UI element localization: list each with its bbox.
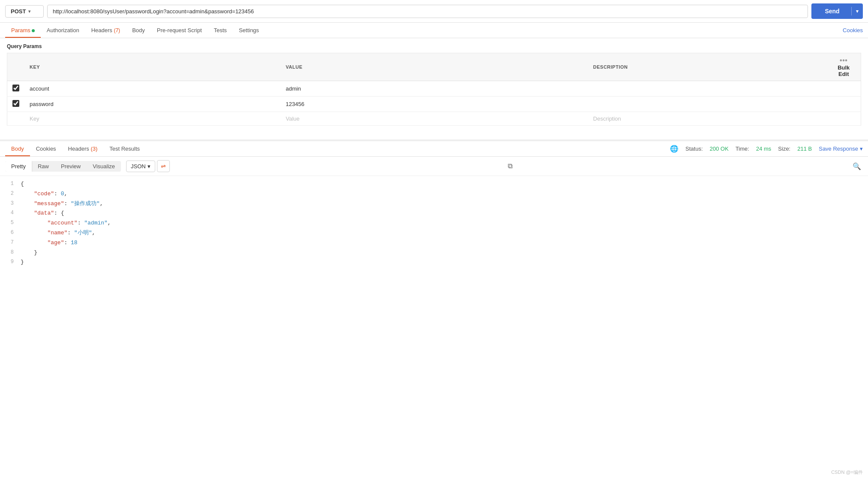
status-area: 🌐 Status: 200 OK Time: 24 ms Size: 211 B…: [670, 145, 863, 153]
line-content-8: }: [21, 249, 868, 258]
chevron-down-icon: ▾: [28, 9, 30, 14]
view-tab-raw[interactable]: Raw: [32, 161, 55, 172]
tab-tests[interactable]: Tests: [208, 23, 233, 38]
tab-body-label: Body: [132, 27, 145, 33]
tab-prerequest-label: Pre-request Script: [157, 27, 202, 33]
line-num-4: 4: [0, 209, 21, 217]
save-response-button[interactable]: Save Response ▾: [819, 146, 863, 152]
json-line-9: 9 }: [0, 258, 868, 267]
resp-tab-headers-label: Headers: [68, 146, 89, 152]
col-key-header: KEY: [24, 53, 280, 81]
format-selector[interactable]: JSON ▾: [126, 161, 155, 172]
json-line-6: 6 "name": "小明",: [0, 228, 868, 238]
line-content-1: {: [21, 180, 868, 189]
table-row-empty: Key Value Description: [7, 112, 861, 126]
tab-settings[interactable]: Settings: [233, 23, 265, 38]
row1-desc[interactable]: [588, 81, 826, 97]
row1-checkbox[interactable]: [12, 85, 19, 91]
row2-desc[interactable]: [588, 97, 826, 112]
url-bar[interactable]: http://localhost:8080/sysUser/passwordLo…: [47, 5, 808, 18]
save-response-label: Save Response: [819, 146, 858, 152]
resp-tab-test-results[interactable]: Test Results: [103, 141, 146, 156]
spacer: [0, 126, 868, 139]
col-check-header: [7, 53, 25, 81]
table-row: password 123456: [7, 97, 861, 112]
line-content-4: "data": {: [21, 209, 868, 218]
row2-key[interactable]: password: [24, 97, 280, 112]
row1-key[interactable]: account: [24, 81, 280, 97]
resp-tab-test-results-label: Test Results: [109, 146, 140, 152]
json-line-4: 4 "data": {: [0, 209, 868, 218]
row2-value[interactable]: 123456: [280, 97, 588, 112]
row1-value[interactable]: admin: [280, 81, 588, 97]
line-num-3: 3: [0, 200, 21, 208]
empty-key[interactable]: Key: [24, 112, 280, 126]
tab-prerequest[interactable]: Pre-request Script: [151, 23, 208, 38]
send-label: Send: [811, 8, 851, 15]
json-body: 1 { 2 "code": 0, 3 "message": "操作成功", 4 …: [0, 176, 868, 271]
line-content-9: }: [21, 258, 868, 267]
tab-authorization-label: Authorization: [47, 27, 79, 33]
send-button[interactable]: Send ▾: [811, 3, 863, 19]
tab-body[interactable]: Body: [126, 23, 151, 38]
bulk-edit-button[interactable]: Bulk Edit: [832, 64, 856, 77]
cookies-link[interactable]: Cookies: [843, 23, 863, 38]
tab-headers[interactable]: Headers (7): [85, 23, 126, 38]
more-options-icon[interactable]: •••: [840, 57, 847, 64]
line-num-2: 2: [0, 190, 21, 198]
line-content-2: "code": 0,: [21, 190, 868, 199]
json-line-3: 3 "message": "操作成功",: [0, 199, 868, 209]
copy-icon[interactable]: ⧉: [506, 161, 514, 172]
wrap-icon: ⇌: [161, 163, 166, 170]
response-tabs-bar: Body Cookies Headers (3) Test Results 🌐 …: [0, 141, 868, 157]
status-label: Status:: [685, 146, 702, 152]
view-tab-visualize[interactable]: Visualize: [87, 161, 121, 172]
top-bar: POST ▾ http://localhost:8080/sysUser/pas…: [0, 0, 868, 23]
send-dropdown-icon[interactable]: ▾: [852, 9, 863, 14]
time-label: Time:: [735, 146, 749, 152]
line-num-1: 1: [0, 180, 21, 188]
url-text: http://localhost:8080/sysUser/passwordLo…: [53, 8, 254, 15]
line-content-3: "message": "操作成功",: [21, 200, 868, 209]
col-desc-header: DESCRIPTION: [588, 53, 826, 81]
empty-desc[interactable]: Description: [588, 112, 826, 126]
globe-icon: 🌐: [670, 145, 678, 153]
line-content-6: "name": "小明",: [21, 229, 868, 238]
query-params-title: Query Params: [7, 43, 861, 49]
resp-tab-cookies-label: Cookies: [36, 146, 56, 152]
view-tab-pretty[interactable]: Pretty: [5, 161, 32, 172]
line-content-7: "age": 18: [21, 239, 868, 248]
view-tabs: Pretty Raw Preview Visualize: [5, 161, 121, 172]
empty-value[interactable]: Value: [280, 112, 588, 126]
method-selector[interactable]: POST ▾: [5, 5, 44, 18]
json-line-7: 7 "age": 18: [0, 238, 868, 248]
resp-tab-headers[interactable]: Headers (3): [62, 141, 104, 156]
response-section: Body Cookies Headers (3) Test Results 🌐 …: [0, 139, 868, 271]
format-label: JSON: [131, 163, 146, 170]
tab-params[interactable]: Params: [5, 23, 41, 38]
line-num-7: 7: [0, 239, 21, 247]
resp-tab-body-label: Body: [11, 146, 24, 152]
resp-tab-cookies[interactable]: Cookies: [30, 141, 62, 156]
request-tabs: Params Authorization Headers (7) Body Pr…: [0, 23, 868, 38]
tab-settings-label: Settings: [239, 27, 259, 33]
method-text: POST: [11, 8, 26, 15]
resp-tab-body[interactable]: Body: [5, 141, 30, 156]
json-line-8: 8 }: [0, 248, 868, 258]
format-bar: Pretty Raw Preview Visualize JSON ▾ ⇌ ⧉ …: [0, 157, 868, 176]
tab-headers-label: Headers: [91, 27, 112, 33]
time-value: 24 ms: [756, 146, 771, 152]
line-num-6: 6: [0, 229, 21, 237]
wrap-button[interactable]: ⇌: [157, 160, 170, 172]
json-line-2: 2 "code": 0,: [0, 189, 868, 199]
tab-authorization[interactable]: Authorization: [41, 23, 85, 38]
view-tab-preview[interactable]: Preview: [55, 161, 87, 172]
search-icon[interactable]: 🔍: [851, 161, 863, 172]
line-num-8: 8: [0, 249, 21, 257]
line-num-5: 5: [0, 219, 21, 227]
line-num-9: 9: [0, 258, 21, 266]
resp-headers-badge: (3): [90, 146, 97, 152]
cookies-label: Cookies: [843, 27, 863, 33]
size-label: Size:: [778, 146, 790, 152]
row2-checkbox[interactable]: [12, 100, 19, 107]
